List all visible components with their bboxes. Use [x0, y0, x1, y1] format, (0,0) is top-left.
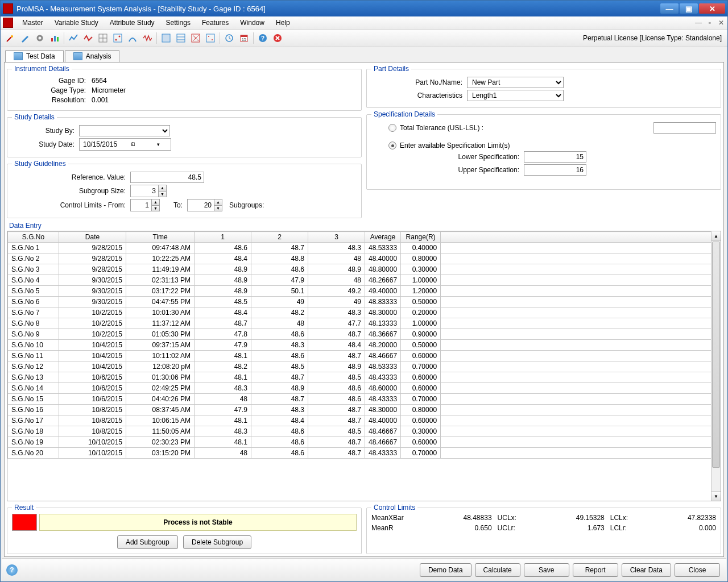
table-cell[interactable]: 49.2	[308, 286, 365, 297]
help-icon[interactable]: ?	[6, 564, 18, 576]
table-cell[interactable]: 0.60000	[401, 415, 441, 426]
tb-chart2-icon[interactable]	[67, 32, 80, 44]
subgroup-size-spinner[interactable]: ▲▼	[130, 185, 167, 197]
table-cell[interactable]: 0.60000	[401, 372, 441, 383]
table-cell[interactable]: 48.43333	[365, 394, 401, 405]
table-cell[interactable]: 48.7	[251, 394, 308, 405]
table-cell[interactable]: 10:22:25 AM	[126, 253, 195, 264]
table-cell[interactable]: 48.43333	[365, 448, 401, 459]
table-cell[interactable]: 48.8	[251, 253, 308, 264]
table-cell[interactable]: 48.7	[251, 372, 308, 383]
table-cell[interactable]: 48.6	[308, 383, 365, 394]
spin-down-icon[interactable]: ▼	[158, 192, 166, 197]
table-cell[interactable]: 48.46667	[365, 437, 401, 448]
table-cell[interactable]: 10/2/2015	[59, 307, 126, 318]
table-cell[interactable]: 09:37:15 AM	[126, 340, 195, 351]
table-cell[interactable]: 11:49:19 AM	[126, 264, 195, 275]
table-cell[interactable]: 01:30:06 PM	[126, 372, 195, 383]
table-cell[interactable]: 48.6	[251, 448, 308, 459]
tb-grid1-icon[interactable]	[160, 32, 172, 44]
data-entry-grid[interactable]: S.G.NoDateTime123AverageRange(R) S.G.No …	[7, 231, 721, 501]
table-cell[interactable]: 9/30/2015	[59, 297, 126, 307]
table-cell[interactable]: 48.6	[251, 426, 308, 437]
menu-features[interactable]: Features	[196, 18, 234, 28]
table-cell[interactable]: 10/6/2015	[59, 394, 126, 405]
table-cell[interactable]: 48.4	[251, 415, 308, 426]
spin-down-icon[interactable]: ▼	[214, 206, 222, 211]
table-cell[interactable]: S.G.No 2	[8, 253, 59, 264]
table-cell[interactable]: S.G.No 14	[8, 383, 59, 394]
table-cell[interactable]: 48.9	[308, 264, 365, 275]
table-cell[interactable]: 48.4	[195, 307, 251, 318]
spin-up-icon[interactable]: ▲	[158, 185, 166, 192]
grid-header[interactable]: Average	[365, 232, 401, 243]
mdi-close[interactable]: ✕	[717, 19, 725, 27]
table-cell[interactable]: 48.53333	[365, 243, 401, 253]
table-cell[interactable]: 02:31:13 PM	[126, 275, 195, 286]
table-cell[interactable]: 48.40000	[365, 253, 401, 264]
table-row[interactable]: S.G.No 59/30/201503:17:22 PM48.950.149.2…	[8, 286, 712, 297]
table-cell[interactable]: 10:06:15 AM	[126, 415, 195, 426]
grid-scrollbar[interactable]: ▲ ▼	[711, 231, 721, 501]
table-cell[interactable]: 47.9	[195, 405, 251, 415]
calculate-button[interactable]: Calculate	[475, 563, 520, 577]
table-cell[interactable]: 9/28/2015	[59, 243, 126, 253]
table-cell[interactable]: 48.3	[251, 405, 308, 415]
table-cell[interactable]: 48.3	[308, 243, 365, 253]
table-cell[interactable]: 10/6/2015	[59, 372, 126, 383]
tb-wand-icon[interactable]	[4, 32, 16, 44]
table-cell[interactable]: 48	[195, 448, 251, 459]
table-cell[interactable]: 47.8	[195, 329, 251, 340]
lsl-input[interactable]	[524, 151, 586, 163]
table-cell[interactable]: 49.40000	[365, 286, 401, 297]
usl-input[interactable]	[524, 164, 586, 176]
dropdown-icon[interactable]: ▾	[146, 139, 171, 149]
mdi-icon[interactable]	[3, 18, 13, 28]
tb-chart1-icon[interactable]	[48, 32, 61, 44]
table-cell[interactable]: 48.1	[195, 372, 251, 383]
table-cell[interactable]: 48.7	[195, 318, 251, 329]
table-cell[interactable]: 48.5	[308, 426, 365, 437]
table-cell[interactable]: 1.00000	[401, 275, 441, 286]
table-cell[interactable]: S.G.No 20	[8, 448, 59, 459]
subgroup-size-input[interactable]	[131, 185, 158, 197]
table-cell[interactable]: 49	[308, 297, 365, 307]
table-cell[interactable]: 0.40000	[401, 243, 441, 253]
table-cell[interactable]: 48.9	[308, 361, 365, 372]
table-cell[interactable]: 48.9	[195, 264, 251, 275]
table-row[interactable]: S.G.No 1210/4/201512:08:20 pM48.248.548.…	[8, 361, 712, 372]
tb-chart3-icon[interactable]	[82, 32, 94, 44]
tb-help-icon[interactable]: ?	[257, 32, 269, 44]
study-date-picker[interactable]: 10/15/2015 🗓 ▾	[79, 138, 171, 151]
table-cell[interactable]: 48.36667	[365, 329, 401, 340]
table-cell[interactable]: 48.2	[195, 361, 251, 372]
save-button[interactable]: Save	[524, 563, 569, 577]
cl-to-spinner[interactable]: ▲▼	[187, 199, 222, 211]
table-cell[interactable]: 48.3	[195, 383, 251, 394]
grid-header[interactable]: Range(R)	[401, 232, 441, 243]
table-cell[interactable]: 48.60000	[365, 383, 401, 394]
tb-calendar-icon[interactable]: 15	[238, 32, 250, 44]
table-cell[interactable]: S.G.No 3	[8, 264, 59, 275]
table-cell[interactable]: 0.90000	[401, 329, 441, 340]
table-cell[interactable]: 48.6	[251, 437, 308, 448]
table-cell[interactable]: 48.53333	[365, 361, 401, 372]
table-cell[interactable]: 48.46667	[365, 426, 401, 437]
table-cell[interactable]: 0.50000	[401, 297, 441, 307]
table-cell[interactable]: 0.60000	[401, 351, 441, 361]
total-tolerance-input[interactable]	[653, 122, 716, 134]
table-cell[interactable]: S.G.No 8	[8, 318, 59, 329]
table-cell[interactable]: 47.7	[308, 318, 365, 329]
table-cell[interactable]: 02:49:25 PM	[126, 383, 195, 394]
table-cell[interactable]: 48	[251, 318, 308, 329]
table-cell[interactable]: 0.70000	[401, 361, 441, 372]
table-cell[interactable]: 0.30000	[401, 264, 441, 275]
table-cell[interactable]: 0.20000	[401, 307, 441, 318]
table-cell[interactable]: 10/6/2015	[59, 383, 126, 394]
table-cell[interactable]: S.G.No 16	[8, 405, 59, 415]
table-row[interactable]: S.G.No 910/2/201501:05:30 PM47.848.648.7…	[8, 329, 712, 340]
table-row[interactable]: S.G.No 710/2/201510:01:30 AM48.448.248.3…	[8, 307, 712, 318]
table-cell[interactable]: 48.40000	[365, 415, 401, 426]
table-cell[interactable]: 03:15:20 PM	[126, 448, 195, 459]
tb-delete-icon[interactable]	[271, 32, 284, 44]
